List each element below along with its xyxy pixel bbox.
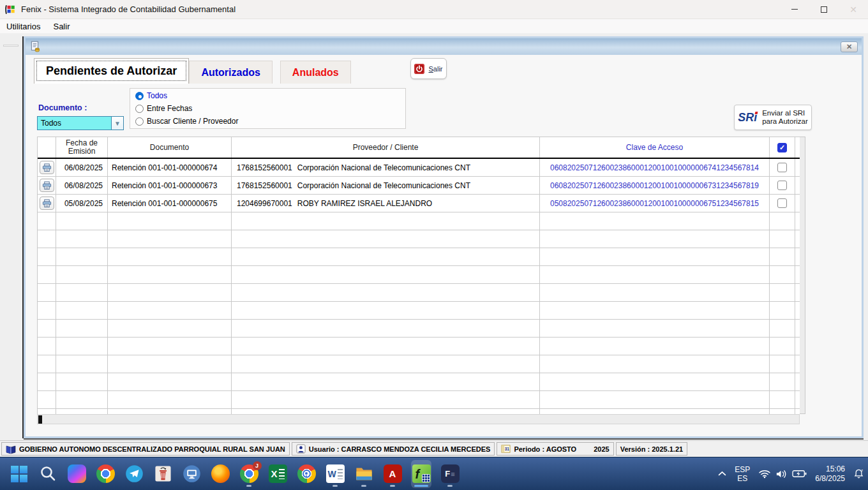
taskbar-button-word[interactable]: W — [325, 460, 345, 488]
documents-table: Fecha de Emisión Documento Proveedor / C… — [37, 137, 800, 415]
fecha-emision-cell — [56, 230, 108, 248]
select-all-checkbox[interactable] — [777, 143, 787, 152]
horizontal-scrollbar[interactable] — [37, 414, 800, 424]
table-row-empty — [38, 320, 800, 338]
scrollbar-thumb[interactable] — [38, 415, 42, 424]
taskbar-button-start[interactable] — [9, 460, 29, 488]
period-year: 2025 — [594, 445, 609, 453]
select-cell — [770, 355, 795, 373]
chrome-profile-icon — [297, 464, 316, 483]
documento-dropdown-value: Todos — [38, 119, 111, 128]
taskbar-button-fenix[interactable]: f — [411, 460, 431, 488]
taskbar-button-excel[interactable]: X — [267, 460, 288, 488]
language-indicator[interactable]: ESPES — [735, 465, 750, 483]
row-checkbox[interactable] — [777, 163, 787, 172]
header-documento[interactable]: Documento — [108, 137, 232, 158]
tab-label: Pendientes de Autorizar — [46, 64, 177, 78]
print-button[interactable] — [40, 197, 54, 210]
table-row-empty — [38, 338, 800, 355]
radio-entre-fechas[interactable]: Entre Fechas — [135, 104, 400, 113]
tab-pendientes-de-autorizar[interactable]: Pendientes de Autorizar — [34, 58, 189, 84]
statusbar-period-panel: 31 Periodo : AGOSTO 2025 — [497, 442, 613, 456]
select-cell — [770, 159, 795, 176]
table-row: 06/08/2025Retención 001-001-000000674176… — [38, 159, 800, 177]
menu-salir[interactable]: Salir — [47, 19, 76, 33]
documento-dropdown[interactable]: Todos ▼ — [37, 116, 124, 130]
select-cell — [770, 302, 795, 319]
radio-buscar-cliente-proveedor[interactable]: Buscar Cliente / Proveedor — [135, 117, 400, 126]
taskbar-button-search[interactable] — [38, 460, 58, 488]
firefox-icon — [211, 464, 230, 483]
documento-cell — [108, 338, 232, 355]
print-cell — [38, 177, 56, 194]
proveedor-cliente-cell — [232, 338, 540, 355]
radio-todos[interactable]: Todos — [135, 91, 400, 100]
taskbar-button-acrobat[interactable]: A — [382, 460, 403, 488]
print-cell — [38, 284, 56, 301]
chevron-down-icon[interactable]: ▼ — [111, 117, 123, 130]
statusbar: GOBIERNO AUTONOMO DESCENTRALIZADO PARROQ… — [0, 440, 868, 457]
taskbar-button-chrome[interactable] — [95, 460, 116, 488]
fecha-emision-cell — [56, 248, 108, 265]
taskbar-button-fenix-facturacion[interactable]: F≡ — [440, 460, 460, 488]
fecha-emision-cell: 05/08/2025 — [56, 195, 108, 212]
radio-icon — [135, 105, 144, 113]
minimize-icon — [791, 9, 798, 10]
header-proveedor-cliente[interactable]: Proveedor / Cliente — [232, 137, 540, 158]
form-close-button[interactable]: ✕ — [841, 41, 858, 52]
print-button[interactable] — [40, 179, 54, 192]
version-label: Versión : 2025.1.21 — [620, 445, 683, 453]
maximize-icon — [821, 6, 827, 13]
user-name: Usuario : CARRASCO MENDOZA CECILIA MERCE… — [309, 445, 491, 453]
proveedor-cliente-cell: 1204699670001ROBY RAMIREZ ISRAEL ALEJAND… — [232, 195, 540, 212]
clave-acceso-cell — [540, 391, 770, 408]
taskbar-button-chrome-profile[interactable] — [296, 460, 317, 488]
taskbar-button-file-explorer[interactable] — [354, 460, 374, 488]
battery-icon[interactable] — [792, 470, 807, 478]
taskbar-button-chrome-profile-j[interactable]: J — [239, 460, 259, 488]
salir-button[interactable]: Salir — [410, 58, 447, 79]
clave-acceso-cell — [540, 320, 770, 337]
proveedor-cliente-cell: 1768152560001Corporación Nacional de Tel… — [232, 177, 540, 194]
tray-chevron-up-icon[interactable] — [718, 471, 726, 477]
print-button[interactable] — [40, 161, 54, 174]
enviar-al-sri-button[interactable]: SRi Enviar al SRI para Autorizar — [734, 105, 812, 130]
tab-anulados[interactable]: Anulados — [280, 61, 351, 84]
header-fecha-emision[interactable]: Fecha de Emisión — [56, 137, 108, 158]
clock[interactable]: 15:06 6/8/2025 — [815, 464, 845, 484]
filter-groupbox: Todos Entre Fechas Buscar Cliente / Prov… — [130, 88, 406, 129]
header-clave-acceso[interactable]: Clave de Acceso — [540, 137, 770, 158]
taskbar-button-firefox[interactable] — [210, 460, 230, 488]
select-cell — [770, 391, 795, 408]
documento-label: Documento : — [38, 103, 87, 112]
clave-acceso-cell — [540, 338, 770, 355]
wifi-icon[interactable] — [758, 469, 771, 479]
minimize-button[interactable] — [780, 0, 809, 19]
radio-icon — [135, 117, 144, 126]
volume-icon[interactable] — [775, 469, 788, 479]
taskbar-button-recycle-bin[interactable] — [153, 460, 173, 488]
row-checkbox[interactable] — [777, 198, 787, 208]
menu-utilitarios[interactable]: Utilitarios — [0, 19, 47, 33]
running-indicator — [447, 485, 453, 487]
taskbar-button-copilot[interactable] — [66, 460, 87, 488]
taskbar-button-telegram[interactable] — [124, 460, 144, 488]
filler-cell — [795, 159, 800, 176]
select-cell — [770, 212, 795, 230]
panel-grip[interactable] — [3, 45, 19, 47]
entity-name: GOBIERNO AUTONOMO DESCENTRALIZADO PARROQ… — [19, 445, 285, 453]
fenix-app-icon: f — [412, 464, 431, 483]
taskbar-button-remote-desktop[interactable] — [181, 460, 202, 488]
facturacion-app-icon: F≡ — [441, 464, 460, 483]
close-button[interactable]: ✕ — [839, 0, 868, 19]
select-cell — [770, 284, 795, 301]
table-row: 05/08/2025Retención 001-001-000000675120… — [38, 195, 800, 212]
row-checkbox[interactable] — [777, 181, 787, 190]
documento-cell: Retención 001-001-000000674 — [108, 159, 232, 176]
notifications-bell-icon[interactable]: z — [853, 468, 864, 479]
maximize-button[interactable] — [809, 0, 839, 19]
filler-cell — [795, 230, 800, 248]
vertical-scrollbar[interactable] — [800, 137, 805, 414]
tab-autorizados[interactable]: Autorizados — [189, 61, 272, 84]
table-row-empty — [38, 230, 800, 248]
